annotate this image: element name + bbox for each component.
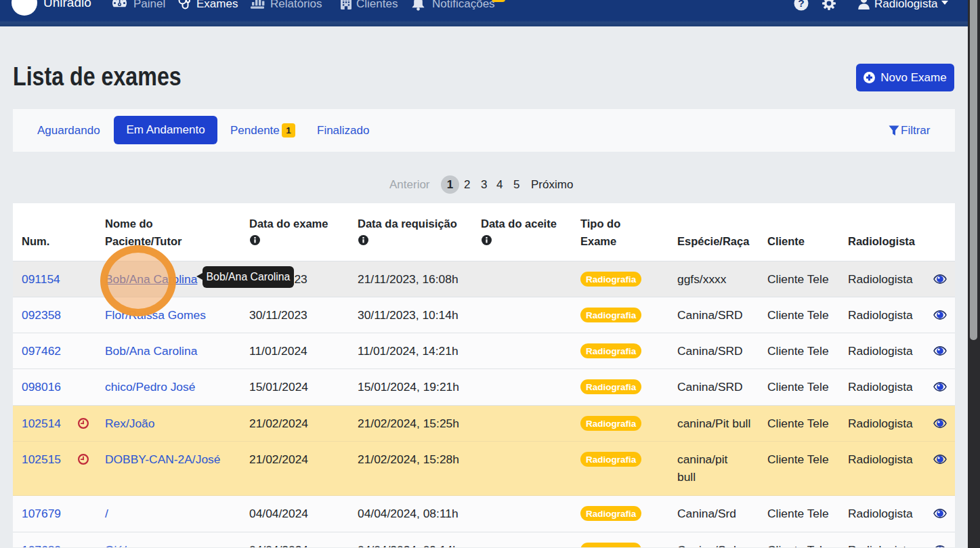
svg-text:?: ? (798, 0, 804, 9)
